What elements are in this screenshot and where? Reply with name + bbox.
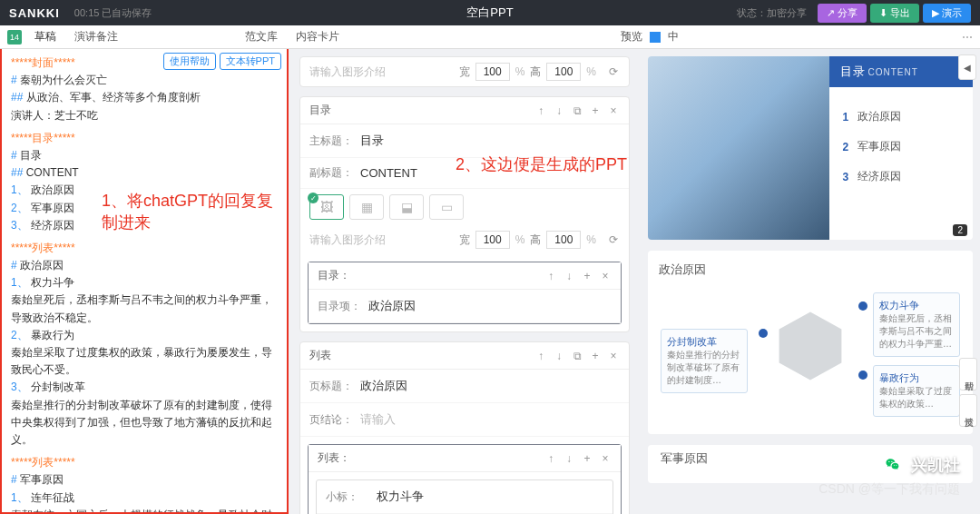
add-icon[interactable]: + xyxy=(581,452,593,465)
slide-diagram[interactable]: 政治原因 分封制改革 秦始皇推行的分封制改革破坏了原有的封建制度… 权力斗争 秦… xyxy=(648,251,973,434)
share-button[interactable]: ↗分享 xyxy=(818,4,867,23)
layout-thumb-chart[interactable]: ⬓ xyxy=(389,194,424,220)
hexagon-graphic xyxy=(774,310,847,382)
close-icon[interactable]: × xyxy=(599,270,612,282)
text-to-ppt-button[interactable]: 文本转PPT xyxy=(220,53,281,70)
move-down-icon[interactable]: ↓ xyxy=(553,350,565,362)
wechat-icon xyxy=(880,452,906,478)
share-icon: ↗ xyxy=(827,7,835,19)
move-up-icon[interactable]: ↑ xyxy=(544,452,557,465)
height-input[interactable]: 100 xyxy=(546,63,581,81)
diagram-node xyxy=(858,301,867,311)
list-card-1: 列表 ↑ ↓ ⧉ + × 页标题：政治原因 页结论：请输入 列表： ↑ ↓ + … xyxy=(299,341,630,514)
draft-indicator-icon: 14 xyxy=(7,30,22,44)
add-icon[interactable]: + xyxy=(581,270,593,282)
toc-item: 1政治原因 xyxy=(842,109,960,124)
collapse-icon[interactable]: ◀ xyxy=(958,54,976,80)
save-status: 00:15 已自动保存 xyxy=(74,6,152,20)
page-title-input[interactable]: 政治原因 xyxy=(360,375,620,397)
tab-bar: 14 草稿 演讲备注 范文库 内容卡片 预览 中 ⋯ xyxy=(0,25,980,49)
add-icon[interactable]: + xyxy=(589,104,602,117)
tab-library[interactable]: 范文库 xyxy=(236,25,287,48)
lang-label[interactable]: 中 xyxy=(668,29,679,44)
diagram-node xyxy=(759,329,768,338)
close-icon[interactable]: × xyxy=(607,350,620,362)
toc-item: 3经济原因 xyxy=(842,169,960,184)
editor-panel: 2、这边便是生成的PPT 请输入图形介绍 宽100% 高100% ⟳ 目录 ↑ … xyxy=(289,49,641,514)
width-input[interactable]: 100 xyxy=(475,63,510,81)
outline-panel[interactable]: 使用帮助 文本转PPT *****封面*****# 秦朝为什么会灭亡## 从政治… xyxy=(0,49,289,514)
slide-toc-header: 目录CONTENT xyxy=(829,56,973,87)
annotation-1: 1、将chatGPT的回复复制进来 xyxy=(102,190,287,233)
close-icon[interactable]: × xyxy=(599,452,612,465)
card-title: 目录 xyxy=(309,103,331,118)
toc-item-input[interactable]: 政治原因 xyxy=(368,295,612,317)
usage-help-button[interactable]: 使用帮助 xyxy=(163,53,216,70)
subtitle-input[interactable]: 权力斗争 xyxy=(377,486,603,508)
toc-card: 目录 ↑ ↓ ⧉ + × 主标题：目录 副标题：CONTENT ✓🖼 ▦ ⬓ ▭… xyxy=(299,96,630,332)
move-up-icon[interactable]: ↑ xyxy=(544,270,557,282)
share-status: 状态：加密分享 xyxy=(737,6,807,20)
refresh-icon[interactable]: ⟳ xyxy=(607,65,620,78)
refresh-icon[interactable]: ⟳ xyxy=(607,233,620,246)
move-up-icon[interactable]: ↑ xyxy=(534,104,547,117)
annotation-2: 2、这边便是生成的PPT xyxy=(456,153,627,175)
tab-notes[interactable]: 演讲备注 xyxy=(65,25,127,48)
layout-thumb-image[interactable]: ✓🖼 xyxy=(309,194,344,220)
slide-title: 军事原因 xyxy=(661,450,708,467)
document-title[interactable]: 空白PPT xyxy=(466,5,513,21)
app-logo: SANKKI xyxy=(9,6,60,20)
present-button[interactable]: ▶演示 xyxy=(923,4,971,23)
move-down-icon[interactable]: ↓ xyxy=(553,104,565,117)
slide-title: 政治原因 xyxy=(659,262,962,278)
tab-content-cards[interactable]: 内容卡片 xyxy=(287,25,348,48)
preview-toggle-icon[interactable] xyxy=(650,32,661,43)
add-icon[interactable]: + xyxy=(589,350,602,362)
export-button[interactable]: ⬇导出 xyxy=(870,4,919,23)
slide-image xyxy=(648,56,829,240)
toc-height-input[interactable]: 100 xyxy=(546,231,581,249)
page-number-badge: 2 xyxy=(953,224,967,236)
slide-toc[interactable]: 目录CONTENT 1政治原因2军事原因3经济原因 2 xyxy=(648,56,973,240)
csdn-watermark: CSDN @等一下我有问题 xyxy=(818,481,960,498)
move-up-icon[interactable]: ↑ xyxy=(534,350,547,362)
toc-width-input[interactable]: 100 xyxy=(475,231,510,249)
top-bar: SANKKI 00:15 已自动保存 空白PPT 状态：加密分享 ↗分享 ⬇导出… xyxy=(0,0,980,25)
layout-thumb-video[interactable]: ▭ xyxy=(429,194,464,220)
duplicate-icon[interactable]: ⧉ xyxy=(571,350,583,362)
preview-label: 预览 xyxy=(621,29,642,44)
layout-thumb-grid[interactable]: ▦ xyxy=(349,194,384,220)
help-side-button[interactable]: 帮助 xyxy=(959,358,977,390)
toc-item: 2军事原因 xyxy=(842,139,960,154)
more-menu-icon[interactable]: ⋯ xyxy=(962,31,973,44)
tab-draft[interactable]: 草稿 xyxy=(25,25,65,48)
wechat-watermark: 兴凯社 xyxy=(880,452,960,478)
move-down-icon[interactable]: ↓ xyxy=(563,452,575,465)
conclusion-input[interactable]: 请输入 xyxy=(360,409,620,430)
feedback-side-button[interactable]: 反馈 xyxy=(959,394,977,427)
duplicate-icon[interactable]: ⧉ xyxy=(571,104,583,117)
close-icon[interactable]: × xyxy=(607,104,620,117)
check-icon: ✓ xyxy=(308,193,318,203)
export-icon: ⬇ xyxy=(879,7,887,19)
list-items-subcard: 列表： ↑ ↓ + × 小标：权力斗争 描述：秦始皇死后，丞相李斯与吕不韦之间的… xyxy=(308,444,622,514)
main-title-input[interactable]: 目录 xyxy=(360,130,620,152)
diagram-node xyxy=(858,371,867,380)
preview-panel: 目录CONTENT 1政治原因2军事原因3经济原因 2 政治原因 分封制改革 秦… xyxy=(641,49,980,514)
play-icon: ▶ xyxy=(932,7,939,19)
top-dimensions-row: 请输入图形介绍 宽100% 高100% ⟳ xyxy=(299,56,630,87)
move-down-icon[interactable]: ↓ xyxy=(563,270,575,282)
toc-items-subcard: 目录： ↑ ↓ + × 目录项：政治原因 xyxy=(308,262,622,324)
image-desc-placeholder[interactable]: 请输入图形介绍 xyxy=(309,232,454,248)
